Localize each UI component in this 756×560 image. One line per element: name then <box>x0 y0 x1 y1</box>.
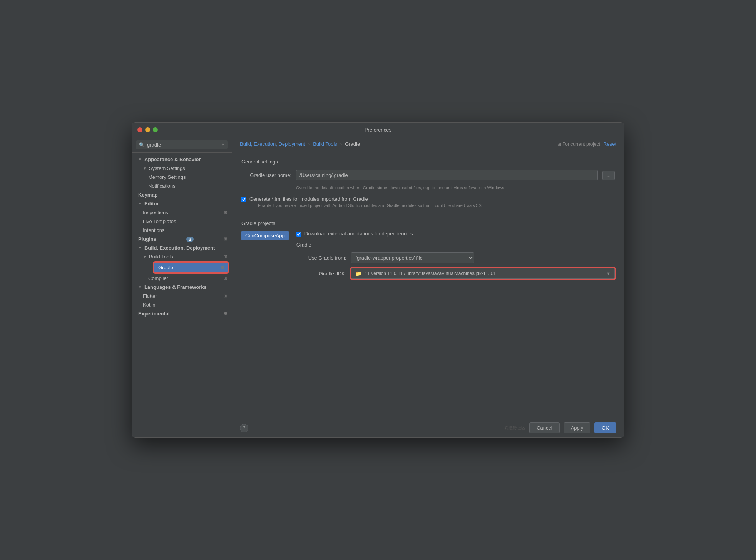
download-annotations-checkbox[interactable] <box>296 232 301 237</box>
sidebar-item-label: Memory Settings <box>148 174 186 180</box>
sidebar-item-experimental[interactable]: Experimental ⊞ <box>132 309 232 318</box>
generate-iml-row: Generate *.iml files for modules importe… <box>241 196 615 208</box>
breadcrumb-sep-1: › <box>308 141 310 147</box>
main-content: 🔍 ✕ ▼ Appearance & Behavior ▼ System Set… <box>132 137 624 437</box>
sidebar-item-label: Build, Execution, Deployment <box>144 245 215 251</box>
traffic-lights <box>137 127 158 132</box>
settings-panel: General settings Gradle user home: ... O… <box>232 151 624 418</box>
sidebar-item-system-settings[interactable]: ▼ System Settings <box>132 164 232 173</box>
sidebar-item-keymap[interactable]: Keymap <box>132 190 232 199</box>
download-annotations-label: Download external annotations for depend… <box>304 231 413 237</box>
cancel-button[interactable]: Cancel <box>529 422 559 433</box>
bottom-left: ? <box>240 424 248 432</box>
sidebar-item-label: Editor <box>144 201 159 207</box>
copy-icon: ⊞ <box>224 254 227 259</box>
copy-icon: ⊞ <box>224 276 227 281</box>
watermark: @搬砖社区 <box>504 425 525 431</box>
close-button[interactable] <box>137 127 142 132</box>
bottom-bar: ? @搬砖社区 Cancel Apply OK <box>232 418 624 437</box>
title-bar: Preferences <box>132 123 624 137</box>
chevron-down-icon: ▼ <box>143 166 147 170</box>
nav-tree: ▼ Appearance & Behavior ▼ System Setting… <box>132 153 232 437</box>
sidebar-item-intentions[interactable]: Intentions <box>132 226 232 235</box>
search-input[interactable] <box>147 142 219 148</box>
sidebar-item-label: Plugins <box>138 236 156 242</box>
generate-iml-hint: Enable if you have a mixed project with … <box>258 203 482 208</box>
sidebar: 🔍 ✕ ▼ Appearance & Behavior ▼ System Set… <box>132 137 232 437</box>
sidebar-item-label: Build Tools <box>149 254 173 260</box>
gradle-jdk-row: Gradle JDK: 📁 11 version 11.0.11 /Librar… <box>296 268 615 279</box>
sidebar-item-label: Intentions <box>143 227 164 233</box>
breadcrumb: Build, Execution, Deployment › Build Too… <box>232 137 624 151</box>
breadcrumb-build-execution[interactable]: Build, Execution, Deployment <box>240 141 305 147</box>
reset-button[interactable]: Reset <box>603 141 616 147</box>
bottom-right: @搬砖社区 Cancel Apply OK <box>504 422 616 433</box>
breadcrumb-gradle: Gradle <box>345 141 360 147</box>
sidebar-item-label: Live Templates <box>143 218 176 224</box>
divider-1 <box>241 214 615 214</box>
plugins-badge: 2 <box>186 237 193 242</box>
sidebar-item-languages-frameworks[interactable]: ▼ Languages & Frameworks <box>132 283 232 292</box>
chevron-down-icon: ▼ <box>138 246 142 250</box>
gradle-user-home-hint: Override the default location where Grad… <box>296 185 615 191</box>
sidebar-item-label: Languages & Frameworks <box>144 284 207 290</box>
sidebar-item-live-templates[interactable]: Live Templates <box>132 217 232 226</box>
search-icon: 🔍 <box>139 142 145 148</box>
copy-icon: ⊞ <box>224 293 227 298</box>
sidebar-item-memory-settings[interactable]: Memory Settings <box>132 173 232 182</box>
browse-button[interactable]: ... <box>602 171 615 180</box>
for-current-icon: ⊞ <box>557 142 561 147</box>
sidebar-item-label: Experimental <box>138 311 170 317</box>
sidebar-item-label: Gradle <box>158 265 173 270</box>
minimize-button[interactable] <box>145 127 150 132</box>
use-gradle-from-select[interactable]: 'gradle-wrapper.properties' file <box>351 252 474 263</box>
copy-icon: ⊞ <box>221 265 224 270</box>
sidebar-item-label: Flutter <box>143 293 157 299</box>
breadcrumb-sep-2: › <box>340 141 342 147</box>
ok-button[interactable]: OK <box>594 422 616 433</box>
copy-icon: ⊞ <box>224 210 227 215</box>
sidebar-item-kotlin[interactable]: Kotlin <box>132 300 232 309</box>
jdk-chevron-icon: ▼ <box>606 271 610 276</box>
sidebar-item-label: Keymap <box>138 192 158 198</box>
search-wrapper[interactable]: 🔍 ✕ <box>136 140 228 149</box>
maximize-button[interactable] <box>153 127 158 132</box>
sidebar-item-appearance-behavior[interactable]: ▼ Appearance & Behavior <box>132 155 232 164</box>
breadcrumb-build-tools[interactable]: Build Tools <box>313 141 337 147</box>
gradle-jdk-label: Gradle JDK: <box>296 271 346 277</box>
sidebar-item-compiler[interactable]: Compiler ⊞ <box>132 274 232 283</box>
gradle-user-home-input[interactable] <box>296 170 598 180</box>
sidebar-item-build-execution-deployment[interactable]: ▼ Build, Execution, Deployment <box>132 243 232 252</box>
content-area: Build, Execution, Deployment › Build Too… <box>232 137 624 437</box>
help-button[interactable]: ? <box>240 424 248 432</box>
clear-icon[interactable]: ✕ <box>221 142 225 147</box>
use-gradle-from-row: Use Gradle from: 'gradle-wrapper.propert… <box>296 252 615 263</box>
download-annotations-row: Download external annotations for depend… <box>296 231 615 237</box>
sidebar-item-inspections[interactable]: Inspections ⊞ <box>132 208 232 217</box>
search-box: 🔍 ✕ <box>132 137 232 153</box>
folder-icon: 📁 <box>355 270 362 277</box>
copy-icon: ⊞ <box>224 311 227 316</box>
sidebar-item-flutter[interactable]: Flutter ⊞ <box>132 292 232 300</box>
gradle-projects-title: Gradle projects <box>241 220 615 226</box>
gradle-sub-title: Gradle <box>296 242 615 248</box>
chevron-down-icon: ▼ <box>143 255 147 259</box>
project-item-cnncomposeapp[interactable]: CnnComposeApp <box>241 231 289 240</box>
gradle-projects-panel: CnnComposeApp Download external annotati… <box>241 231 615 283</box>
preferences-window: Preferences 🔍 ✕ ▼ Appearance & Behavior … <box>132 122 624 438</box>
sidebar-item-label: Inspections <box>143 210 168 215</box>
sidebar-item-gradle-wrapper: Gradle ⊞ <box>132 261 232 274</box>
sidebar-item-gradle[interactable]: Gradle ⊞ <box>154 262 229 273</box>
sidebar-item-label: Compiler <box>148 275 168 281</box>
copy-icon: ⊞ <box>224 237 227 242</box>
sidebar-item-build-tools[interactable]: ▼ Build Tools ⊞ <box>132 252 232 261</box>
sidebar-item-plugins[interactable]: Plugins 2 ⊞ <box>132 235 232 243</box>
generate-iml-checkbox[interactable] <box>241 197 246 202</box>
use-gradle-from-label: Use Gradle from: <box>296 255 346 261</box>
sidebar-item-editor[interactable]: ▼ Editor <box>132 199 232 208</box>
chevron-down-icon: ▼ <box>138 202 142 206</box>
sidebar-item-notifications[interactable]: Notifications <box>132 182 232 190</box>
sidebar-item-label: Kotlin <box>143 302 156 308</box>
apply-button[interactable]: Apply <box>564 422 591 433</box>
gradle-jdk-selector[interactable]: 📁 11 version 11.0.11 /Library/Java/JavaV… <box>351 268 615 279</box>
